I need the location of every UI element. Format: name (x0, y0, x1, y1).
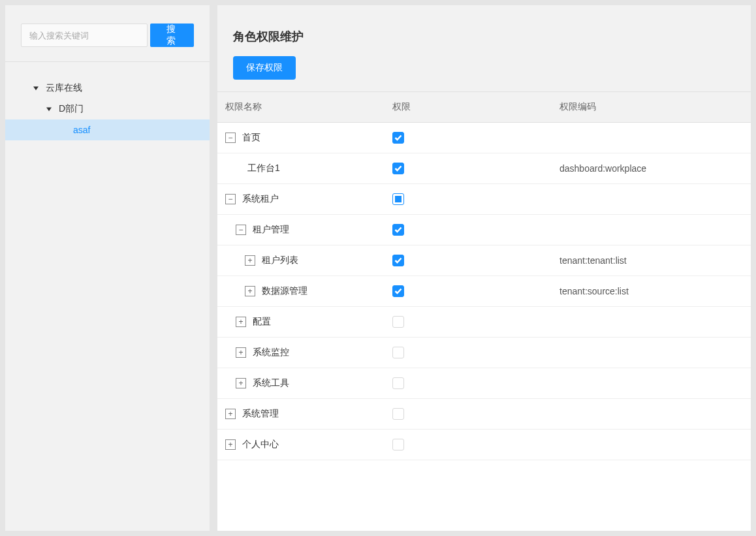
cell-perm (385, 184, 552, 214)
expand-icon[interactable]: + (236, 317, 246, 327)
table-row: +个人中心 (217, 430, 751, 460)
cell-code: tenant:tenant:list (552, 245, 751, 276)
caret-down-icon[interactable] (46, 106, 52, 112)
permission-checkbox[interactable] (392, 224, 404, 236)
permission-name: 系统管理 (242, 408, 279, 420)
table-body[interactable]: −首页工作台1dashboard:workplace−系统租户−租户管理+租户列… (217, 123, 751, 531)
permission-checkbox[interactable] (392, 408, 404, 420)
collapse-icon[interactable]: − (225, 194, 236, 204)
tree-node-label: 云库在线 (46, 82, 82, 94)
permission-checkbox[interactable] (392, 255, 404, 266)
save-permissions-button[interactable]: 保存权限 (233, 56, 296, 80)
expand-icon[interactable]: + (245, 255, 255, 266)
permission-name: 系统租户 (242, 193, 279, 205)
table-row: +配置 (217, 307, 751, 338)
permission-name: 系统监控 (253, 347, 289, 358)
permission-name: 工作台1 (247, 163, 280, 174)
cell-code (552, 307, 751, 337)
cell-name: −系统租户 (217, 184, 385, 214)
permission-checkbox[interactable] (392, 439, 404, 450)
table-row: 工作台1dashboard:workplace (217, 153, 751, 184)
table-header: 权限名称 权限 权限编码 (217, 91, 751, 123)
main-panel: 角色权限维护 保存权限 权限名称 权限 权限编码 −首页工作台1dashboar… (217, 5, 751, 531)
table-row: +租户列表tenant:tenant:list (217, 245, 751, 276)
cell-code (552, 399, 751, 429)
table-row: +系统监控 (217, 338, 751, 368)
tree-node[interactable]: 云库在线 (5, 78, 210, 99)
cell-perm (385, 307, 552, 337)
tree-node-label: asaf (73, 125, 90, 135)
collapse-icon[interactable]: − (225, 133, 236, 143)
search-button[interactable]: 搜 索 (150, 24, 194, 47)
cell-perm (385, 368, 552, 398)
permission-checkbox[interactable] (392, 316, 404, 328)
cell-perm (385, 123, 552, 153)
cell-name: +数据源管理 (217, 276, 385, 306)
permission-checkbox[interactable] (392, 163, 404, 174)
cell-code (552, 215, 751, 245)
search-area: 搜 索 (5, 5, 210, 62)
header-name: 权限名称 (217, 92, 385, 122)
expand-icon[interactable]: + (236, 347, 246, 358)
page-title: 角色权限维护 (217, 21, 751, 56)
table-row: +系统管理 (217, 399, 751, 430)
search-input[interactable] (21, 24, 148, 47)
cell-perm (385, 215, 552, 245)
permission-checkbox[interactable] (392, 377, 404, 389)
permission-name: 配置 (253, 316, 271, 328)
cell-name: +系统监控 (217, 338, 385, 368)
cell-perm (385, 430, 552, 460)
permission-name: 系统工具 (253, 377, 289, 389)
cell-name: +租户列表 (217, 245, 385, 276)
table-row: −租户管理 (217, 215, 751, 245)
cell-perm (385, 153, 552, 183)
header-perm: 权限 (385, 92, 552, 122)
cell-name: +系统工具 (217, 368, 385, 398)
sidebar: 搜 索 云库在线D部门asaf (5, 5, 210, 531)
cell-name: +个人中心 (217, 430, 385, 460)
expand-icon[interactable]: + (245, 286, 255, 296)
cell-name: 工作台1 (217, 153, 385, 183)
cell-code (552, 430, 751, 460)
permission-name: 数据源管理 (262, 285, 307, 297)
permission-name: 租户列表 (262, 255, 298, 266)
cell-code (552, 123, 751, 153)
header-code: 权限编码 (552, 92, 751, 122)
collapse-icon[interactable]: − (236, 225, 246, 235)
cell-perm (385, 245, 552, 276)
save-area: 保存权限 (217, 56, 751, 91)
cell-code: tenant:source:list (552, 276, 751, 306)
tree-node[interactable]: asaf (5, 119, 210, 140)
cell-perm (385, 338, 552, 368)
cell-name: +配置 (217, 307, 385, 337)
cell-perm (385, 399, 552, 429)
cell-code (552, 338, 751, 368)
cell-name: −租户管理 (217, 215, 385, 245)
permission-checkbox[interactable] (392, 285, 404, 297)
expand-icon[interactable]: + (236, 378, 246, 388)
cell-name: −首页 (217, 123, 385, 153)
tree-node[interactable]: D部门 (5, 99, 210, 119)
permission-checkbox[interactable] (392, 347, 404, 358)
permission-name: 租户管理 (253, 224, 289, 236)
table-row: −系统租户 (217, 184, 751, 215)
table-row: −首页 (217, 123, 751, 153)
permission-checkbox[interactable] (392, 193, 404, 205)
cell-name: +系统管理 (217, 399, 385, 429)
cell-code: dashboard:workplace (552, 153, 751, 183)
cell-code (552, 368, 751, 398)
table-row: +数据源管理tenant:source:list (217, 276, 751, 307)
expand-icon[interactable]: + (225, 409, 236, 419)
permission-name: 首页 (242, 132, 260, 144)
expand-icon[interactable]: + (225, 439, 236, 450)
tree-node-label: D部门 (59, 103, 84, 115)
caret-down-icon[interactable] (33, 85, 39, 91)
permissions-table: 权限名称 权限 权限编码 −首页工作台1dashboard:workplace−… (217, 91, 751, 531)
org-tree: 云库在线D部门asaf (5, 62, 210, 140)
table-row: +系统工具 (217, 368, 751, 399)
cell-perm (385, 276, 552, 306)
cell-code (552, 184, 751, 214)
permission-checkbox[interactable] (392, 132, 404, 144)
permission-name: 个人中心 (242, 439, 279, 450)
